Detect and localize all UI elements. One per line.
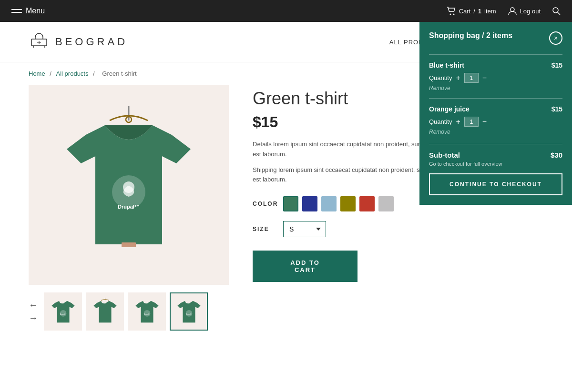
cart-title: Shopping bag / 2 items bbox=[429, 31, 512, 40]
thumbnail-2[interactable] bbox=[86, 292, 124, 331]
cart-item-2-header: Orange juice $15 bbox=[429, 105, 562, 113]
logo[interactable]: BEOGRAD bbox=[29, 30, 128, 53]
logout-label: Log out bbox=[520, 8, 541, 15]
cart-item-2-name: Orange juice bbox=[429, 105, 470, 113]
cart-item-1-name: Blue t-shirt bbox=[429, 61, 464, 69]
cart-panel-header: Shopping bag / 2 items × bbox=[429, 31, 562, 45]
cart-subtotal: Sub-total $30 Go to checkout for full ov… bbox=[429, 144, 562, 195]
thumbnail-gallery: ← → Drupal™ bbox=[29, 292, 229, 331]
subtotal-label: Sub-total bbox=[429, 151, 460, 159]
cart-item-1-qty-label: Quantity bbox=[429, 74, 452, 81]
cart-panel: Shopping bag / 2 items × Blue t-shirt $1… bbox=[419, 22, 572, 205]
svg-point-1 bbox=[453, 14, 454, 15]
cart-item-2-remove[interactable]: Remove bbox=[429, 129, 562, 135]
cart-item-2: Orange juice $15 Quantity + − Remove bbox=[429, 98, 562, 142]
add-to-cart-button[interactable]: ADD TO CART bbox=[253, 251, 358, 282]
cart-item-1-qty-input[interactable] bbox=[464, 73, 479, 83]
main-product-image: Drupal™ bbox=[29, 85, 229, 285]
cart-item-2-qty-input[interactable] bbox=[464, 117, 479, 127]
cart-separator: / bbox=[473, 8, 475, 15]
subtotal-amount: $30 bbox=[551, 151, 562, 159]
color-swatch-green[interactable] bbox=[283, 196, 298, 211]
svg-text:Drupal™: Drupal™ bbox=[60, 313, 66, 315]
cart-item-2-qty-plus[interactable]: − bbox=[481, 118, 488, 126]
cart-item-1-qty-minus[interactable]: + bbox=[455, 74, 461, 82]
cart-item-1-remove[interactable]: Remove bbox=[429, 85, 562, 91]
thumbnail-4[interactable]: Drupal™ bbox=[170, 292, 208, 331]
brand-name: BEOGRAD bbox=[55, 36, 128, 48]
color-swatch-red[interactable] bbox=[359, 196, 375, 211]
color-label: COLOR bbox=[253, 201, 276, 207]
cart-label: Cart bbox=[459, 8, 471, 15]
size-select[interactable]: XS S M L XL bbox=[283, 221, 326, 237]
cart-item-2-qty-minus[interactable]: + bbox=[455, 118, 461, 126]
svg-rect-11 bbox=[122, 242, 136, 247]
cart-item-2-price: $15 bbox=[552, 105, 562, 113]
next-arrow[interactable]: → bbox=[29, 312, 38, 323]
top-nav-right: Cart / 1 item Log out bbox=[447, 6, 561, 16]
color-swatch-light-gray[interactable] bbox=[378, 196, 394, 211]
cart-item-1-header: Blue t-shirt $15 bbox=[429, 61, 562, 69]
menu-label: Menu bbox=[26, 7, 45, 15]
checkout-button[interactable]: CONTINUE TO CHECKOUT bbox=[429, 173, 562, 195]
search-button[interactable] bbox=[552, 7, 561, 15]
svg-point-2 bbox=[511, 8, 514, 11]
product-images: Drupal™ ← → Drupal™ bbox=[29, 85, 229, 331]
logo-icon bbox=[29, 30, 50, 53]
tshirt-svg: Drupal™ bbox=[57, 101, 200, 268]
hamburger-icon bbox=[11, 9, 22, 13]
cart-item-1-price: $15 bbox=[552, 61, 562, 69]
breadcrumb-current: Green t-shirt bbox=[102, 70, 136, 77]
top-nav: Menu Cart / 1 item Log out bbox=[0, 0, 572, 22]
svg-point-0 bbox=[449, 14, 451, 15]
subtotal-hint: Go to checkout for full overview bbox=[429, 161, 562, 167]
breadcrumb-all-products[interactable]: All products bbox=[56, 70, 89, 77]
user-icon bbox=[508, 6, 517, 16]
size-label: SIZE bbox=[253, 226, 276, 232]
cart-unit: item bbox=[484, 8, 496, 15]
cart-item-1-qty-plus[interactable]: − bbox=[481, 74, 488, 82]
prev-arrow[interactable]: ← bbox=[29, 300, 38, 311]
cart-close-button[interactable]: × bbox=[549, 31, 562, 45]
cart-item-2-qty-label: Quantity bbox=[429, 118, 452, 125]
cart-icon bbox=[447, 7, 456, 15]
thumbnail-1[interactable]: Drupal™ bbox=[44, 292, 82, 331]
logout-button[interactable]: Log out bbox=[508, 6, 541, 16]
menu-button[interactable]: Menu bbox=[11, 7, 45, 15]
breadcrumb-home[interactable]: Home bbox=[29, 70, 45, 77]
search-icon bbox=[552, 7, 561, 15]
svg-text:Drupal™: Drupal™ bbox=[143, 313, 150, 315]
svg-point-3 bbox=[553, 8, 558, 13]
cart-item-1: Blue t-shirt $15 Quantity + − Remove bbox=[429, 54, 562, 98]
prev-next-nav: ← → bbox=[29, 300, 38, 323]
cart-item-2-qty: Quantity + − bbox=[429, 117, 562, 127]
color-swatch-olive[interactable] bbox=[340, 196, 356, 211]
color-swatch-light-blue[interactable] bbox=[321, 196, 337, 211]
cart-nav-item[interactable]: Cart / 1 item bbox=[447, 7, 496, 15]
svg-line-4 bbox=[558, 12, 561, 15]
thumbnail-3[interactable]: Drupal™ bbox=[128, 292, 166, 331]
svg-text:Drupal™: Drupal™ bbox=[118, 204, 140, 210]
size-section: SIZE XS S M L XL bbox=[253, 221, 543, 237]
subtotal-row: Sub-total $30 bbox=[429, 151, 562, 159]
close-icon: × bbox=[554, 34, 558, 42]
cart-item-1-qty: Quantity + − bbox=[429, 73, 562, 83]
cart-count: 1 bbox=[478, 8, 481, 15]
color-swatch-navy[interactable] bbox=[302, 196, 317, 211]
color-swatches bbox=[283, 196, 394, 211]
svg-text:Drupal™: Drupal™ bbox=[185, 313, 192, 315]
